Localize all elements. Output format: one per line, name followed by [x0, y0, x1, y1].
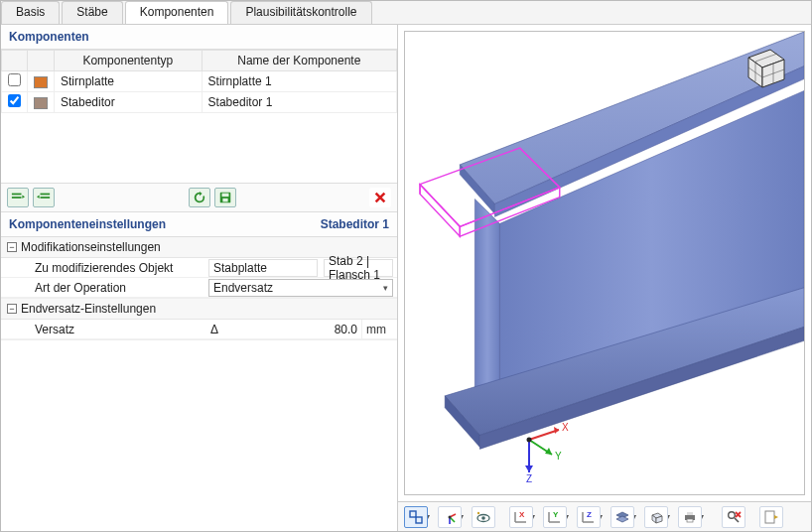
svg-marker-30 — [554, 427, 559, 434]
svg-marker-16 — [420, 185, 460, 237]
top-tab-bar: Basis Stäbe Komponenten Plausibilitätsko… — [1, 1, 811, 25]
svg-rect-3 — [41, 197, 51, 199]
svg-marker-34 — [525, 466, 533, 472]
prop-value: Endversatz ▾ — [204, 279, 397, 297]
left-filler — [1, 340, 397, 531]
svg-rect-0 — [12, 194, 22, 196]
row-name: Stabeditor 1 — [202, 92, 396, 113]
prop-label: Zu modifizierendes Objekt — [1, 261, 204, 275]
svg-rect-1 — [12, 197, 22, 199]
svg-point-35 — [527, 438, 532, 443]
axis-z-label: Z — [526, 473, 532, 484]
prop-group-endversatz: − Endversatz-Einstellungen Versatz Δ 80.… — [1, 299, 397, 340]
object-ref-field[interactable]: Stab 2 | Flansch 1 — [324, 259, 393, 277]
row-checkbox[interactable] — [8, 94, 21, 107]
components-panel-title: Komponenten — [1, 25, 397, 50]
offset-value[interactable]: 80.0 — [224, 323, 361, 336]
axis-y-label: Y — [555, 451, 562, 462]
table-row[interactable]: Stabeditor Stabeditor 1 — [2, 92, 397, 113]
svg-rect-60 — [687, 512, 693, 515]
svg-rect-6 — [222, 199, 227, 202]
prop-row: Art der Operation Endversatz ▾ — [1, 278, 397, 298]
save-button[interactable] — [214, 188, 236, 207]
search-cancel-button[interactable] — [722, 506, 745, 528]
svg-rect-61 — [687, 519, 693, 522]
svg-point-62 — [729, 511, 736, 518]
svg-point-43 — [481, 516, 485, 520]
add-row-button[interactable] — [7, 188, 29, 207]
components-table: Komponententyp Name der Komponente Stirn… — [1, 50, 397, 113]
color-swatch — [34, 76, 48, 88]
chevron-down-icon: ▾ — [383, 283, 388, 293]
settings-panel-title: Komponenteneinstellungen Stabeditor 1 — [1, 212, 397, 237]
print-button[interactable] — [678, 506, 702, 528]
operation-dropdown[interactable]: Endversatz ▾ — [208, 279, 393, 297]
prop-label: Versatz — [1, 323, 204, 336]
viewport-3d[interactable]: X Y Z — [404, 31, 805, 495]
col-swatch — [28, 51, 55, 71]
view-eye-button[interactable] — [472, 506, 495, 528]
refresh-button[interactable] — [189, 188, 210, 207]
axis-x-button[interactable]: X — [509, 506, 533, 528]
svg-point-41 — [449, 515, 452, 518]
col-type: Komponententyp — [55, 51, 203, 71]
coordinate-axes: X Y Z — [504, 405, 584, 484]
dropdown-value: Endversatz — [213, 281, 273, 295]
group-title: Endversatz-Einstellungen — [21, 302, 156, 316]
svg-line-63 — [735, 518, 739, 522]
axes-toggle-button[interactable] — [438, 506, 462, 528]
tab-komponenten[interactable]: Komponenten — [125, 1, 229, 24]
group-title: Modifikationseinstellungen — [21, 240, 161, 254]
collapse-icon[interactable]: − — [7, 304, 17, 314]
box-view-button[interactable] — [644, 506, 668, 528]
table-row[interactable]: Stirnplatte Stirnplatte 1 — [2, 71, 397, 92]
main-body: Komponenten Komponententyp Name der Komp… — [1, 25, 811, 531]
object-type-field[interactable]: Stabplatte — [208, 259, 318, 277]
svg-text:Z: Z — [587, 510, 592, 519]
delta-symbol: Δ — [204, 323, 224, 336]
settings-title-text: Komponenteneinstellungen — [9, 217, 166, 231]
col-check — [2, 51, 28, 71]
collapse-icon[interactable]: − — [7, 242, 17, 252]
next-view-button[interactable] — [759, 506, 783, 528]
row-name: Stirnplatte 1 — [202, 71, 396, 92]
svg-rect-5 — [221, 194, 228, 198]
prop-group-modification: − Modifikationseinstellungen Zu modifizi… — [1, 237, 397, 299]
viewport-toolbar: ▾ ▾ X ▾ — [398, 501, 811, 531]
row-type: Stabeditor — [55, 92, 203, 113]
components-table-wrap: Komponententyp Name der Komponente Stirn… — [1, 50, 397, 183]
right-pane: X Y Z ▾ — [398, 25, 811, 531]
app-root: Basis Stäbe Komponenten Plausibilitätsko… — [1, 1, 811, 531]
axis-x-label: X — [562, 422, 569, 433]
svg-point-44 — [477, 511, 479, 513]
svg-rect-2 — [41, 194, 51, 196]
svg-text:X: X — [519, 510, 525, 519]
tab-basis[interactable]: Basis — [1, 1, 60, 24]
svg-line-29 — [529, 430, 559, 440]
tab-staebe[interactable]: Stäbe — [62, 1, 122, 24]
prop-value: Stabplatte Stab 2 | Flansch 1 — [204, 259, 397, 277]
settings-subject: Stabeditor 1 — [321, 217, 389, 231]
beam-render — [405, 32, 804, 494]
select-mode-button[interactable] — [404, 506, 428, 528]
prop-label: Art der Operation — [1, 281, 204, 295]
svg-rect-37 — [416, 517, 422, 523]
svg-rect-36 — [410, 511, 416, 517]
row-checkbox[interactable] — [8, 73, 21, 86]
navigation-cube[interactable] — [737, 40, 790, 93]
svg-rect-66 — [765, 511, 774, 523]
row-type: Stirnplatte — [55, 71, 203, 92]
prop-row: Versatz Δ 80.0 mm — [1, 320, 397, 339]
color-swatch — [34, 97, 48, 109]
svg-marker-55 — [616, 516, 628, 522]
layers-button[interactable] — [610, 506, 634, 528]
remove-row-button[interactable] — [33, 188, 55, 207]
axis-z-button[interactable]: Z — [577, 506, 601, 528]
offset-unit: mm — [361, 320, 397, 338]
delete-button[interactable] — [369, 188, 391, 207]
components-toolbar — [1, 183, 397, 212]
tab-plausibilitaet[interactable]: Plausibilitätskontrolle — [230, 1, 371, 24]
prop-row: Zu modifizierendes Objekt Stabplatte Sta… — [1, 258, 397, 278]
group-header[interactable]: − Endversatz-Einstellungen — [1, 299, 397, 320]
axis-y-button[interactable]: Y — [543, 506, 567, 528]
